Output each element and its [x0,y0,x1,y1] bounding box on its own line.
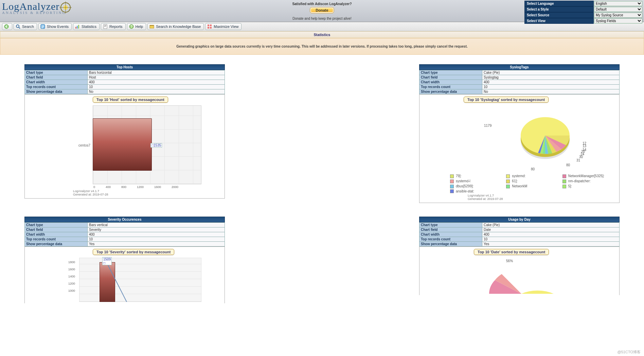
bar-centos7 [93,118,152,171]
select-source-label: Select Source [524,12,594,18]
card-usage-by-day: Usage by Day Chart typeCake (Pie) Chart … [419,217,620,303]
card-severity: Severity Occurences Chart typeBars verti… [24,217,225,303]
maximize-button[interactable]: Maximize View [205,23,242,30]
meta-table: Chart typeCake (Pie) Chart fieldDate Cha… [419,222,620,247]
select-source[interactable]: My Syslog Source [594,13,642,18]
x-ticks: 0400800120016002000 [93,185,178,189]
pie-legend: 79]:systemd:NetworkManager[5325]:systemd… [419,173,619,193]
card-syslogtags: SyslogTags Chart typeCake (Pie) Chart fi… [419,64,620,203]
card-title: Severity Occurences [24,217,225,222]
svg-point-0 [4,24,8,29]
events-icon [40,24,46,29]
chart-syslogtags: Top 10 'Syslogtag' sorted by messagecoun… [419,94,620,203]
search-button[interactable]: Search [14,23,37,30]
svg-rect-8 [77,26,78,29]
card-title: Top Hosts [24,64,225,70]
svg-rect-9 [78,25,79,29]
bar-value: 1509□ [102,257,112,265]
svg-rect-6 [41,28,43,28]
kb-icon [149,24,155,29]
slice-percent: 56% [506,259,513,263]
chart-title: Top 10 'Host' sorted by messagecount [93,97,168,103]
svg-rect-18 [208,24,209,26]
svg-rect-20 [208,27,209,29]
meta-table: Chart typeBars horizontal Chart fieldHos… [24,70,225,94]
svg-rect-21 [210,27,212,29]
meta-table: Chart typeCake (Pie) Chart fieldSyslogta… [419,70,620,94]
legend-item: systemd-l [450,179,503,183]
svg-rect-12 [104,26,106,26]
page-title: Statistics [0,31,644,38]
magnifier-icon [15,24,21,29]
svg-rect-4 [41,26,44,26]
logo-text: LogAnalyzer [2,1,59,12]
reports-icon [103,24,108,29]
chart-top-hosts: Top 10 'Host' sorted by messagecount cen… [24,94,225,199]
donate-button[interactable]: Donate [310,7,334,13]
svg-rect-11 [104,25,106,26]
svg-point-1 [16,25,19,28]
y-ticks: 18001600140012001000 [68,260,75,292]
legend-item: NetworkManager[5325]: [562,174,616,178]
statistics-button[interactable]: Statistics [73,23,100,30]
logo-subtitle: ANALYSIS & REPORTING [2,11,71,15]
chart-usage-by-day: Top 10 'Date' sorted by messagecount 56% [419,247,620,295]
select-language[interactable]: English [594,1,642,6]
chart-title: Top 10 'Syslogtag' sorted by messagecoun… [464,97,549,103]
slice-value: 31 [576,158,580,162]
select-language-label: Select Language [524,1,594,6]
svg-rect-13 [104,27,106,27]
bar-label: centos7 [78,143,90,147]
select-view-label: Select View [524,18,594,24]
chart-title: Top 10 'Date' sorted by messagecount [474,249,549,255]
back-icon [4,24,9,29]
back-button[interactable] [2,23,12,30]
donate-block: Satisfied with Adiscon LogAnalyzer? Dona… [292,2,352,20]
svg-rect-7 [75,27,76,29]
top-bar: LogAnalyzer ANALYSIS & REPORTING Satisfi… [0,0,644,22]
notice-banner: Generating graphics on large data source… [0,38,644,55]
chart-footer: LogAnalyzer v4.1.7Generated at: 2019-07-… [419,193,619,201]
card-title: SyslogTags [419,64,620,70]
help-icon: ? [129,24,134,29]
svg-rect-5 [41,27,44,27]
legend-item: dbus[5299]: [450,184,503,188]
select-view[interactable]: Syslog Fields [594,18,642,23]
legend-item: NetworkM [506,184,559,188]
logo: LogAnalyzer ANALYSIS & REPORTING [0,0,73,15]
bar-value: □1535 [150,143,162,148]
donate-headline: Satisfied with Adiscon LogAnalyzer? [292,2,352,6]
legend-item: ansible-stat: [450,189,503,193]
slice-value: 1179 [484,124,491,128]
selector-panel: Select LanguageEnglish Select a StyleDef… [524,1,643,24]
svg-line-2 [19,27,20,29]
chart-footer: LogAnalyzer v4.1.7Generated at: 2019-07-… [25,189,225,197]
card-title: Usage by Day [419,217,620,222]
legend-item: systemd: [506,174,559,178]
chart-severity: Top 10 'Severity' sorted by messagecount… [24,247,225,303]
legend-item: 79]: [450,174,503,178]
slice-value: 80 [566,163,570,167]
pie-syslogtags: 1179 12 1314 20 24 30 31 80 80 [511,112,596,169]
legend-item: 61]: [506,179,559,183]
maximize-icon [207,24,212,29]
charts-grid: Top Hosts Chart typeBars horizontal Char… [0,55,644,313]
stats-icon [75,24,80,29]
chart-title: Top 10 'Severity' sorted by messagecount [93,249,174,255]
card-top-hosts: Top Hosts Chart typeBars horizontal Char… [24,64,225,203]
select-style[interactable]: Default [594,7,642,12]
meta-table: Chart typeBars vertical Chart fieldSever… [24,222,225,247]
reports-button[interactable]: Reports [101,23,126,30]
donate-subtext: Donate and help keep the project alive! [292,17,352,20]
svg-rect-17 [150,25,154,26]
legend-item: 5]: [562,184,616,188]
crosshair-icon [60,2,71,13]
svg-rect-19 [210,24,212,26]
legend-item: nm-dispatcher: [562,179,616,183]
select-style-label: Select a Style [524,6,594,12]
svg-text:?: ? [130,25,132,29]
help-button[interactable]: ?Help [127,23,146,30]
kb-search-button[interactable]: Search in Knowledge Base [147,23,204,30]
show-events-button[interactable]: Show Events [38,23,72,30]
slice-value: 80 [531,167,535,171]
